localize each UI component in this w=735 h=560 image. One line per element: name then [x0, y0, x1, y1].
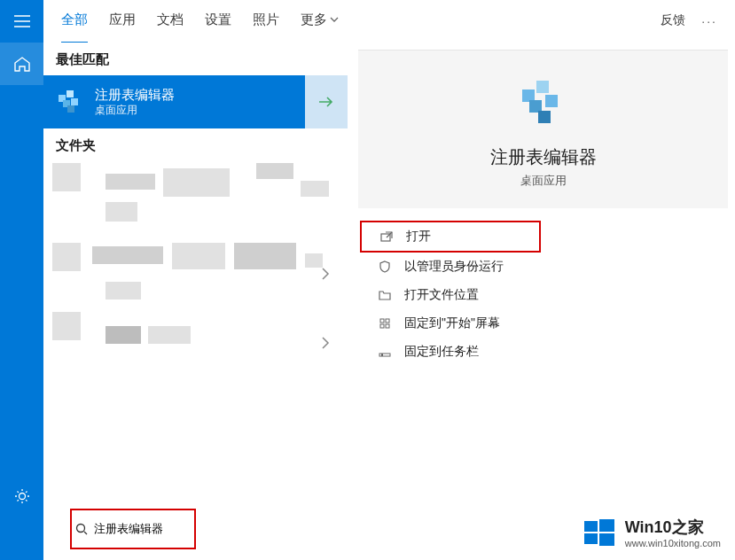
tab-more[interactable]: 更多 — [301, 0, 340, 44]
preview-subtitle: 桌面应用 — [520, 173, 567, 189]
section-folders: 文件夹 — [43, 128, 348, 161]
action-open-location[interactable]: 打开文件位置 — [358, 281, 728, 309]
windows-logo-icon — [583, 516, 616, 549]
tab-docs[interactable]: 文档 — [157, 0, 184, 44]
svg-rect-16 — [379, 354, 390, 356]
action-open-location-label: 打开文件位置 — [404, 287, 479, 303]
arrow-right-icon — [318, 96, 334, 108]
svg-point-18 — [77, 525, 85, 533]
action-pin-start-label: 固定到"开始"屏幕 — [404, 315, 500, 331]
overflow-button[interactable]: ··· — [701, 14, 717, 28]
svg-rect-10 — [538, 111, 551, 123]
pin-start-icon — [378, 317, 392, 330]
chevron-down-icon — [329, 12, 340, 27]
feedback-button[interactable]: 反馈 — [661, 0, 685, 44]
svg-rect-14 — [380, 324, 384, 328]
svg-rect-17 — [381, 354, 383, 356]
tab-all[interactable]: 全部 — [61, 0, 88, 44]
tab-more-label: 更多 — [301, 12, 327, 28]
open-icon — [379, 230, 394, 243]
action-open[interactable]: 打开 — [360, 221, 541, 253]
svg-rect-6 — [522, 89, 535, 102]
watermark: Win10之家 www.win10xitong.com — [575, 512, 728, 553]
action-run-admin[interactable]: 以管理员身份运行 — [358, 253, 728, 281]
tabs-bar: 全部 应用 文档 设置 照片 更多 反馈 ··· — [43, 0, 735, 43]
actions-list: 打开 以管理员身份运行 打开文件位置 — [358, 221, 728, 366]
shield-icon — [378, 261, 392, 273]
svg-rect-5 — [67, 105, 74, 113]
home-button[interactable] — [0, 43, 43, 85]
best-match-subtitle: 桌面应用 — [95, 104, 175, 118]
section-best-match: 最佳匹配 — [43, 43, 348, 75]
watermark-title: Win10之家 — [625, 517, 721, 538]
tab-settings[interactable]: 设置 — [205, 0, 231, 44]
watermark-url: www.win10xitong.com — [625, 538, 721, 548]
sidebar — [0, 0, 43, 560]
action-pin-taskbar[interactable]: 固定到任务栏 — [358, 338, 728, 366]
svg-rect-22 — [584, 533, 598, 544]
settings-button[interactable] — [0, 475, 43, 517]
pin-taskbar-icon — [378, 346, 392, 358]
folder-row-expand-1[interactable] — [312, 261, 339, 287]
folder-results — [43, 161, 348, 365]
best-match-title: 注册表编辑器 — [95, 86, 175, 104]
action-pin-taskbar-label: 固定到任务栏 — [404, 344, 479, 360]
tab-apps[interactable]: 应用 — [109, 0, 136, 44]
search-input[interactable] — [92, 522, 194, 537]
chevron-right-icon — [321, 268, 330, 280]
svg-rect-2 — [66, 90, 74, 97]
gear-icon — [14, 488, 30, 504]
tab-photos[interactable]: 照片 — [253, 0, 279, 44]
regedit-icon — [56, 88, 84, 116]
action-open-label: 打开 — [406, 229, 431, 245]
folder-icon — [378, 289, 392, 301]
svg-rect-8 — [529, 100, 542, 113]
svg-line-19 — [84, 532, 87, 534]
preview-title: 注册表编辑器 — [490, 145, 597, 169]
svg-rect-12 — [380, 319, 384, 323]
preview-pane: 注册表编辑器 桌面应用 打开 以管理员身份运行 — [348, 43, 735, 560]
svg-rect-9 — [545, 95, 558, 107]
svg-rect-13 — [386, 319, 389, 323]
action-pin-start[interactable]: 固定到"开始"屏幕 — [358, 309, 728, 338]
hamburger-icon — [14, 15, 30, 27]
svg-rect-21 — [599, 519, 614, 532]
preview-card: 注册表编辑器 桌面应用 — [358, 50, 728, 208]
action-run-admin-label: 以管理员身份运行 — [404, 259, 504, 275]
regedit-large-icon — [517, 75, 570, 131]
svg-point-0 — [19, 494, 25, 500]
svg-rect-20 — [584, 521, 598, 532]
results-pane: 最佳匹配 注册表编辑器 桌面应用 — [43, 43, 348, 560]
search-icon — [72, 523, 92, 535]
best-match-row[interactable]: 注册表编辑器 桌面应用 — [43, 75, 348, 128]
svg-rect-7 — [536, 81, 549, 93]
svg-rect-4 — [71, 98, 78, 105]
chevron-right-icon — [321, 337, 330, 349]
best-match-expand[interactable] — [305, 75, 348, 128]
menu-button[interactable] — [0, 0, 43, 43]
svg-rect-23 — [599, 533, 614, 546]
home-icon — [13, 55, 31, 73]
svg-rect-15 — [386, 324, 389, 328]
search-bar[interactable] — [70, 509, 196, 549]
folder-row-expand-2[interactable] — [312, 330, 339, 356]
